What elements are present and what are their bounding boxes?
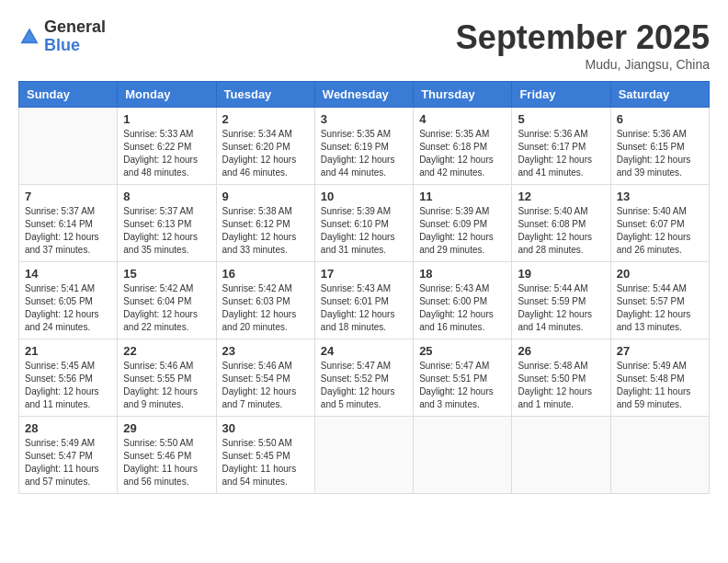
calendar-cell: 3Sunrise: 5:35 AM Sunset: 6:19 PM Daylig…: [314, 108, 413, 185]
weekday-header-wednesday: Wednesday: [314, 82, 413, 108]
day-number: 10: [321, 190, 407, 203]
day-info: Sunrise: 5:40 AM Sunset: 6:08 PM Dayligh…: [518, 205, 604, 257]
calendar-cell: 15Sunrise: 5:42 AM Sunset: 6:04 PM Dayli…: [118, 262, 216, 339]
day-info: Sunrise: 5:44 AM Sunset: 5:59 PM Dayligh…: [518, 282, 604, 334]
calendar-cell: 10Sunrise: 5:39 AM Sunset: 6:10 PM Dayli…: [314, 185, 413, 262]
day-number: 4: [419, 112, 506, 126]
weekday-header-tuesday: Tuesday: [216, 82, 314, 108]
calendar-cell: 28Sunrise: 5:49 AM Sunset: 5:47 PM Dayli…: [19, 417, 118, 494]
weekday-row: SundayMondayTuesdayWednesdayThursdayFrid…: [19, 82, 710, 108]
day-number: 30: [222, 421, 309, 435]
weekday-header-saturday: Saturday: [610, 82, 709, 108]
day-info: Sunrise: 5:49 AM Sunset: 5:48 PM Dayligh…: [617, 360, 703, 411]
calendar-cell: [414, 417, 512, 494]
calendar-cell: [314, 417, 413, 494]
calendar-cell: 9Sunrise: 5:38 AM Sunset: 6:12 PM Daylig…: [216, 185, 314, 262]
week-row-4: 21Sunrise: 5:45 AM Sunset: 5:56 PM Dayli…: [19, 339, 710, 417]
day-info: Sunrise: 5:35 AM Sunset: 6:18 PM Dayligh…: [419, 128, 506, 179]
day-number: 13: [617, 190, 703, 203]
day-info: Sunrise: 5:42 AM Sunset: 6:04 PM Dayligh…: [123, 282, 210, 334]
day-info: Sunrise: 5:50 AM Sunset: 5:46 PM Dayligh…: [123, 437, 210, 488]
calendar-cell: 1Sunrise: 5:33 AM Sunset: 6:22 PM Daylig…: [118, 108, 216, 185]
calendar-table: SundayMondayTuesdayWednesdayThursdayFrid…: [18, 81, 710, 494]
calendar-cell: 27Sunrise: 5:49 AM Sunset: 5:48 PM Dayli…: [610, 339, 709, 417]
calendar-cell: 19Sunrise: 5:44 AM Sunset: 5:59 PM Dayli…: [512, 262, 610, 339]
day-info: Sunrise: 5:47 AM Sunset: 5:52 PM Dayligh…: [321, 360, 407, 411]
day-info: Sunrise: 5:37 AM Sunset: 6:13 PM Dayligh…: [123, 205, 210, 257]
calendar-cell: 13Sunrise: 5:40 AM Sunset: 6:07 PM Dayli…: [610, 185, 709, 262]
day-number: 12: [518, 190, 604, 203]
calendar-cell: 2Sunrise: 5:34 AM Sunset: 6:20 PM Daylig…: [216, 108, 314, 185]
weekday-header-sunday: Sunday: [19, 82, 118, 108]
day-info: Sunrise: 5:36 AM Sunset: 6:17 PM Dayligh…: [518, 128, 604, 179]
week-row-2: 7Sunrise: 5:37 AM Sunset: 6:14 PM Daylig…: [19, 185, 710, 262]
day-number: 27: [617, 344, 703, 358]
calendar-cell: 24Sunrise: 5:47 AM Sunset: 5:52 PM Dayli…: [314, 339, 413, 417]
day-info: Sunrise: 5:45 AM Sunset: 5:56 PM Dayligh…: [25, 360, 111, 411]
day-info: Sunrise: 5:39 AM Sunset: 6:10 PM Dayligh…: [321, 205, 407, 257]
calendar-cell: 11Sunrise: 5:39 AM Sunset: 6:09 PM Dayli…: [414, 185, 512, 262]
calendar-cell: 29Sunrise: 5:50 AM Sunset: 5:46 PM Dayli…: [118, 417, 216, 494]
calendar-cell: 18Sunrise: 5:43 AM Sunset: 6:00 PM Dayli…: [414, 262, 512, 339]
logo: General Blue: [18, 18, 106, 55]
day-number: 3: [321, 112, 407, 126]
day-info: Sunrise: 5:43 AM Sunset: 6:00 PM Dayligh…: [419, 282, 506, 334]
logo-icon: [18, 26, 40, 48]
logo-general: General: [44, 18, 106, 37]
day-number: 26: [518, 344, 604, 358]
calendar-cell: 17Sunrise: 5:43 AM Sunset: 6:01 PM Dayli…: [314, 262, 413, 339]
day-number: 21: [25, 344, 111, 358]
calendar-cell: 7Sunrise: 5:37 AM Sunset: 6:14 PM Daylig…: [19, 185, 118, 262]
day-number: 7: [25, 190, 111, 203]
week-row-3: 14Sunrise: 5:41 AM Sunset: 6:05 PM Dayli…: [19, 262, 710, 339]
day-info: Sunrise: 5:47 AM Sunset: 5:51 PM Dayligh…: [419, 360, 506, 411]
calendar-cell: 6Sunrise: 5:36 AM Sunset: 6:15 PM Daylig…: [610, 108, 709, 185]
week-row-5: 28Sunrise: 5:49 AM Sunset: 5:47 PM Dayli…: [19, 417, 710, 494]
calendar-cell: 12Sunrise: 5:40 AM Sunset: 6:08 PM Dayli…: [512, 185, 610, 262]
day-number: 25: [419, 344, 506, 358]
title-block: September 2025 Mudu, Jiangsu, China: [456, 18, 710, 72]
day-info: Sunrise: 5:38 AM Sunset: 6:12 PM Dayligh…: [222, 205, 309, 257]
day-number: 17: [321, 267, 407, 281]
day-number: 11: [419, 190, 506, 203]
day-number: 20: [617, 267, 703, 281]
day-info: Sunrise: 5:50 AM Sunset: 5:45 PM Dayligh…: [222, 437, 309, 488]
week-row-1: 1Sunrise: 5:33 AM Sunset: 6:22 PM Daylig…: [19, 108, 710, 185]
day-info: Sunrise: 5:46 AM Sunset: 5:54 PM Dayligh…: [222, 360, 309, 411]
location: Mudu, Jiangsu, China: [456, 57, 710, 72]
calendar-cell: 25Sunrise: 5:47 AM Sunset: 5:51 PM Dayli…: [414, 339, 512, 417]
day-number: 24: [321, 344, 407, 358]
calendar-cell: [19, 108, 118, 185]
day-info: Sunrise: 5:41 AM Sunset: 6:05 PM Dayligh…: [25, 282, 111, 334]
calendar-body: 1Sunrise: 5:33 AM Sunset: 6:22 PM Daylig…: [19, 108, 710, 494]
day-number: 5: [518, 112, 604, 126]
day-info: Sunrise: 5:36 AM Sunset: 6:15 PM Dayligh…: [617, 128, 703, 179]
calendar-cell: 22Sunrise: 5:46 AM Sunset: 5:55 PM Dayli…: [118, 339, 216, 417]
weekday-header-thursday: Thursday: [414, 82, 512, 108]
day-number: 2: [222, 112, 309, 126]
calendar-header: SundayMondayTuesdayWednesdayThursdayFrid…: [19, 82, 710, 108]
day-info: Sunrise: 5:35 AM Sunset: 6:19 PM Dayligh…: [321, 128, 407, 179]
day-info: Sunrise: 5:40 AM Sunset: 6:07 PM Dayligh…: [617, 205, 703, 257]
day-info: Sunrise: 5:44 AM Sunset: 5:57 PM Dayligh…: [617, 282, 703, 334]
day-info: Sunrise: 5:39 AM Sunset: 6:09 PM Dayligh…: [419, 205, 506, 257]
day-info: Sunrise: 5:37 AM Sunset: 6:14 PM Dayligh…: [25, 205, 111, 257]
calendar-cell: [610, 417, 709, 494]
day-info: Sunrise: 5:43 AM Sunset: 6:01 PM Dayligh…: [321, 282, 407, 334]
calendar-cell: 16Sunrise: 5:42 AM Sunset: 6:03 PM Dayli…: [216, 262, 314, 339]
day-number: 8: [123, 190, 210, 203]
calendar-cell: 20Sunrise: 5:44 AM Sunset: 5:57 PM Dayli…: [610, 262, 709, 339]
day-number: 1: [123, 112, 210, 126]
day-info: Sunrise: 5:49 AM Sunset: 5:47 PM Dayligh…: [25, 437, 111, 488]
calendar-cell: 14Sunrise: 5:41 AM Sunset: 6:05 PM Dayli…: [19, 262, 118, 339]
day-number: 14: [25, 267, 111, 281]
logo-blue: Blue: [44, 37, 106, 55]
day-number: 15: [123, 267, 210, 281]
calendar-cell: 30Sunrise: 5:50 AM Sunset: 5:45 PM Dayli…: [216, 417, 314, 494]
day-info: Sunrise: 5:33 AM Sunset: 6:22 PM Dayligh…: [123, 128, 210, 179]
calendar-cell: 4Sunrise: 5:35 AM Sunset: 6:18 PM Daylig…: [414, 108, 512, 185]
day-number: 19: [518, 267, 604, 281]
day-info: Sunrise: 5:42 AM Sunset: 6:03 PM Dayligh…: [222, 282, 309, 334]
weekday-header-monday: Monday: [118, 82, 216, 108]
calendar-cell: 26Sunrise: 5:48 AM Sunset: 5:50 PM Dayli…: [512, 339, 610, 417]
